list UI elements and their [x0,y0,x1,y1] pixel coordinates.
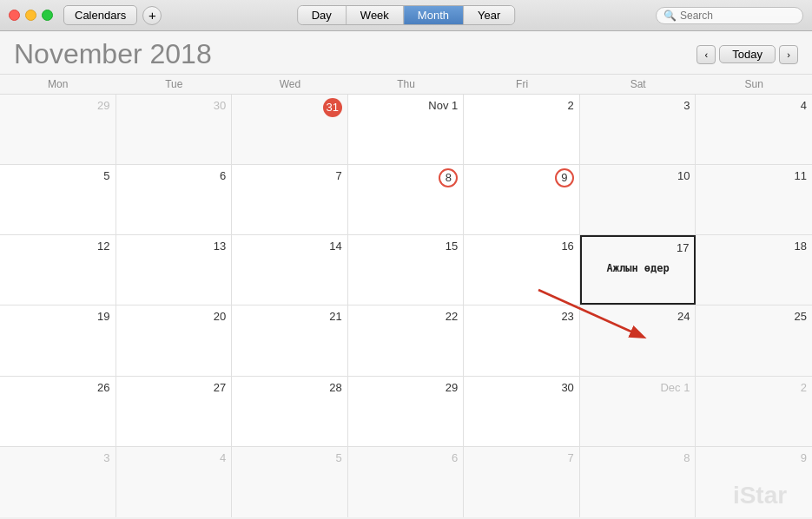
watermark: iStar [708,474,812,517]
day-nov16[interactable]: 16 [464,235,580,305]
add-calendar-button[interactable]: + [142,6,162,25]
day-8-circle: 8 [439,168,458,187]
search-input[interactable] [680,10,795,22]
day-nov1[interactable]: Nov 1 [348,95,465,164]
prev-month-button[interactable]: ‹ [696,45,716,64]
year-label: 2018 [150,38,212,69]
week-2: 5 6 7 8 9 10 11 [0,165,812,235]
today-button[interactable]: Today [719,45,776,63]
week-1: 29 30 31 Nov 1 2 3 4 [0,95,812,165]
day-nov25[interactable]: 25 [696,305,812,375]
week-3: 12 13 14 15 16 17 Ажлын өдер 18 [0,235,812,305]
day-nov20[interactable]: 20 [116,305,233,375]
day-nov18[interactable]: 18 [696,235,812,305]
day-header-tue: Tue [116,75,233,94]
view-month-button[interactable]: Month [404,6,464,24]
month-header: November 2018 ‹ Today › [0,31,812,75]
day-nov19[interactable]: 19 [0,305,116,375]
day-31-circle: 31 [323,98,342,117]
day-9-circle: 9 [555,168,574,187]
day-nov28[interactable]: 28 [232,377,348,446]
day-header-sat: Sat [580,75,696,94]
minimize-button[interactable] [25,10,36,21]
day-nov9[interactable]: 9 [464,165,580,234]
day-dec1[interactable]: Dec 1 [580,377,696,446]
day-nov26[interactable]: 26 [0,377,116,446]
search-bar[interactable]: 🔍 [656,7,803,24]
calendars-button[interactable]: Calendars [63,5,137,25]
calendar: Mon Tue Wed Thu Fri Sat Sun 29 30 31 Nov… [0,75,812,517]
day-nov8[interactable]: 8 [348,165,465,234]
day-nov13[interactable]: 13 [116,235,233,305]
day-nov4[interactable]: 4 [696,95,812,164]
day-dec6[interactable]: 6 [348,447,465,517]
titlebar: Calendars + Day Week Month Year 🔍 [0,0,812,31]
day-nov11[interactable]: 11 [696,165,812,234]
day-dec3[interactable]: 3 [0,447,116,517]
nav-buttons: ‹ Today › [696,45,798,64]
day-header-thu: Thu [348,75,465,94]
day-header-sun: Sun [696,75,812,94]
next-month-button[interactable]: › [779,45,798,64]
day-oct29[interactable]: 29 [0,95,116,164]
day-nov15[interactable]: 15 [348,235,465,305]
day-nov14[interactable]: 14 [232,235,348,305]
week-4: 19 20 21 22 23 24 25 [0,305,812,376]
day-dec8[interactable]: 8 [580,447,696,517]
day-nov29[interactable]: 29 [348,377,465,446]
day-nov30[interactable]: 30 [464,377,580,446]
day-header-fri: Fri [464,75,580,94]
day-oct31[interactable]: 31 [232,95,348,164]
day-header-mon: Mon [0,75,116,94]
day-oct30[interactable]: 30 [116,95,233,164]
month-name: November [14,38,142,69]
day-nov10[interactable]: 10 [580,165,696,234]
close-button[interactable] [9,10,20,21]
day-nov27[interactable]: 27 [116,377,233,446]
calendar-grid: 29 30 31 Nov 1 2 3 4 5 6 7 8 9 10 11 12 … [0,95,812,517]
day-nov3[interactable]: 3 [580,95,696,164]
day-nov2[interactable]: 2 [464,95,580,164]
maximize-button[interactable] [42,10,53,21]
day-nov23[interactable]: 23 [464,305,580,375]
day-nov5[interactable]: 5 [0,165,116,234]
day-nov22[interactable]: 22 [348,305,465,375]
day-dec7[interactable]: 7 [464,447,580,517]
view-switcher: Day Week Month Year [297,5,516,25]
day-nov12[interactable]: 12 [0,235,116,305]
search-icon: 🔍 [663,10,677,22]
day-dec4[interactable]: 4 [116,447,233,517]
day-nov17[interactable]: 17 Ажлын өдер [580,235,696,305]
view-week-button[interactable]: Week [347,6,404,24]
day-nov7[interactable]: 7 [232,165,348,234]
day-nov24[interactable]: 24 [580,305,696,375]
day-17-event: Ажлын өдер [587,262,690,274]
view-day-button[interactable]: Day [298,6,347,24]
view-year-button[interactable]: Year [464,6,514,24]
day-header-wed: Wed [232,75,348,94]
month-title: November 2018 [14,38,212,70]
traffic-lights [9,10,53,21]
day-nov21[interactable]: 21 [232,305,348,375]
day-dec5[interactable]: 5 [232,447,348,517]
day-nov6[interactable]: 6 [116,165,233,234]
week-6: 3 4 5 6 7 8 9 [0,447,812,517]
day-dec2[interactable]: 2 [696,377,812,446]
day-headers: Mon Tue Wed Thu Fri Sat Sun [0,75,812,95]
week-5: 26 27 28 29 30 Dec 1 2 [0,377,812,447]
